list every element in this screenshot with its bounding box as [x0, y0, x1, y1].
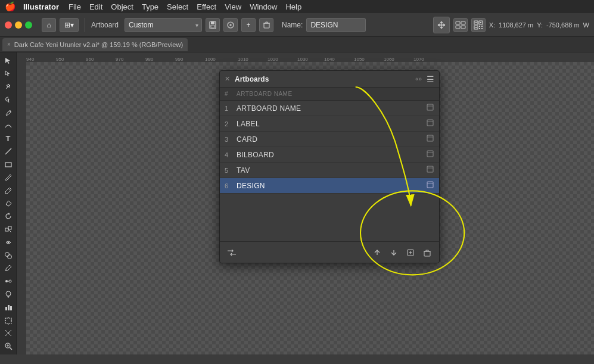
ruler-left	[17, 62, 26, 354]
artboard-tool[interactable]	[2, 315, 15, 326]
svg-line-23	[8, 188, 10, 190]
delete-button[interactable]	[420, 245, 434, 260]
direct-select-tool[interactable]	[2, 68, 15, 80]
window-minimize[interactable]	[15, 21, 22, 29]
panel-close-button[interactable]: ✕	[225, 75, 230, 83]
svg-line-45	[10, 348, 12, 350]
artboard-4-icon[interactable]	[426, 150, 434, 160]
qr-button[interactable]	[471, 18, 486, 32]
svg-point-28	[7, 241, 9, 243]
svg-rect-12	[475, 22, 477, 23]
move-down-button[interactable]	[387, 245, 401, 260]
panel-footer	[220, 241, 439, 263]
zoom-tool[interactable]	[2, 340, 15, 352]
svg-point-33	[9, 280, 11, 282]
menu-window[interactable]: Window	[250, 2, 277, 11]
arrangement-button[interactable]	[453, 18, 468, 32]
menu-file[interactable]: File	[69, 2, 81, 11]
symbol-sprayer-tool[interactable]	[2, 288, 15, 300]
panel-menu-button[interactable]: ☰	[427, 74, 434, 84]
svg-rect-37	[8, 305, 10, 310]
svg-line-21	[5, 148, 11, 154]
pen-tool[interactable]	[2, 107, 15, 119]
eyedropper-tool[interactable]	[2, 263, 15, 275]
rotate-tool[interactable]	[2, 210, 15, 222]
tab-close-icon[interactable]: ×	[7, 41, 11, 48]
window-maximize[interactable]	[25, 21, 32, 29]
save-artboard-button[interactable]	[206, 18, 220, 32]
svg-rect-7	[456, 26, 460, 29]
canvas-area: 940 950 960 970 980 990 1000 1010 1020 1…	[17, 52, 594, 354]
coord-y-value: -750,688 m	[546, 21, 580, 29]
eraser-tool[interactable]	[2, 198, 15, 210]
svg-rect-63	[424, 251, 430, 256]
artboard-item-2[interactable]: 2 LABEL	[220, 116, 439, 132]
paintbrush-tool[interactable]	[2, 172, 15, 183]
lasso-tool[interactable]	[2, 94, 15, 105]
menu-type[interactable]: Type	[142, 2, 158, 11]
tab-bar: × Dark Cafe Yeni Urunler v2.ai* @ 159.19…	[0, 37, 594, 52]
artboard-5-icon[interactable]	[426, 165, 434, 175]
window-close[interactable]	[5, 21, 12, 29]
blend-tool[interactable]	[2, 275, 15, 287]
artboard-item-4[interactable]: 4 BILBOARD	[220, 147, 439, 163]
panel-empty-space	[220, 194, 439, 241]
svg-rect-2	[211, 25, 214, 28]
shape-builder-tool[interactable]	[2, 250, 15, 262]
rectangle-tool[interactable]	[2, 158, 15, 170]
panel-title: Artboards	[235, 75, 415, 83]
artboard-6-icon[interactable]	[426, 181, 434, 191]
svg-rect-26	[8, 226, 11, 229]
rearrange-button[interactable]	[225, 245, 239, 260]
name-label: Name:	[282, 21, 303, 29]
menu-edit[interactable]: Edit	[89, 2, 102, 11]
menu-help[interactable]: Help	[285, 2, 301, 11]
artboard-item-5[interactable]: 5 TAV	[220, 163, 439, 178]
artboard-item-1[interactable]: 1 ARTBOARD NAME	[220, 101, 439, 116]
slice-tool[interactable]	[2, 327, 15, 339]
column-graph-tool[interactable]	[2, 301, 15, 313]
artboard-3-icon[interactable]	[426, 134, 434, 144]
select-tool[interactable]	[2, 55, 15, 67]
coord-y-label: Y:	[537, 21, 543, 29]
menu-effect[interactable]: Effect	[197, 2, 216, 11]
home-button[interactable]: ⌂	[42, 18, 56, 32]
panel-collapse-icon[interactable]: «»	[415, 76, 422, 82]
svg-rect-17	[479, 28, 480, 29]
delete-artboard-button[interactable]	[259, 18, 273, 32]
artboard-options-button[interactable]	[223, 18, 238, 32]
artboard-1-icon[interactable]	[426, 103, 434, 113]
add-new-button[interactable]	[403, 245, 418, 260]
magic-wand-tool[interactable]	[2, 81, 15, 93]
preset-select[interactable]: Custom Letter A4	[125, 18, 202, 32]
pencil-tool[interactable]	[2, 185, 15, 197]
svg-line-27	[8, 229, 11, 232]
artboard-2-icon[interactable]	[426, 119, 434, 129]
artboards-panel: ✕ Artboards «» ☰ # ARTBOARD NAME 1 ARTBO…	[219, 70, 440, 263]
add-artboard-button[interactable]: +	[241, 18, 256, 32]
line-tool[interactable]	[2, 145, 15, 157]
menu-view[interactable]: View	[225, 2, 241, 11]
artboard-label: Artboard	[91, 21, 119, 29]
grid-view-button[interactable]: ⊞▾	[60, 18, 79, 32]
svg-point-30	[7, 254, 11, 259]
svg-rect-38	[10, 306, 12, 310]
artboard-list: 1 ARTBOARD NAME 2 LABEL 3 CARD	[220, 101, 439, 241]
scale-tool[interactable]	[2, 223, 15, 235]
type-tool[interactable]: T	[2, 133, 15, 145]
svg-rect-36	[5, 307, 7, 310]
svg-rect-22	[5, 163, 11, 167]
artboard-name-input[interactable]	[306, 18, 366, 32]
menu-select[interactable]: Select	[167, 2, 188, 11]
artboard-item-6[interactable]: 6 DESIGN	[220, 178, 439, 194]
svg-rect-13	[480, 22, 481, 23]
footer-right-buttons	[370, 245, 434, 260]
menu-object[interactable]: Object	[111, 2, 133, 11]
apple-menu[interactable]: 🍎	[5, 1, 16, 12]
warp-tool[interactable]	[2, 237, 15, 248]
move-up-button[interactable]	[370, 245, 384, 260]
document-tab[interactable]: × Dark Cafe Yeni Urunler v2.ai* @ 159.19…	[2, 38, 188, 51]
curvature-tool[interactable]	[2, 120, 15, 132]
artboard-item-3[interactable]: 3 CARD	[220, 132, 439, 147]
move-artboard-button[interactable]	[433, 17, 450, 33]
